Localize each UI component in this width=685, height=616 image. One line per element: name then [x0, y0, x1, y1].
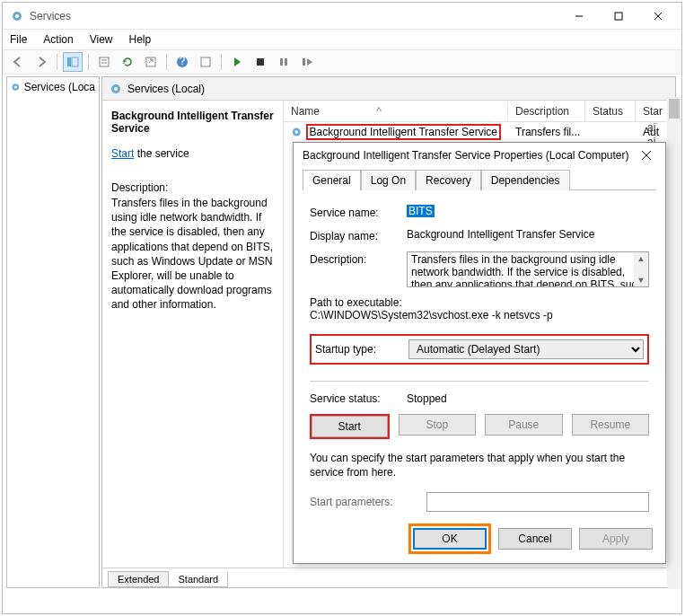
description-textbox[interactable]: Transfers files in the background using … — [407, 251, 649, 287]
stop-button[interactable] — [250, 52, 270, 72]
properties-button[interactable] — [94, 52, 114, 72]
service-name-heading: Background Intelligent Transfer Service — [111, 110, 274, 135]
label-description: Description: — [310, 251, 407, 287]
startup-type-row: Startup type: Automatic (Delayed Start) — [310, 334, 649, 365]
help-button[interactable]: ? — [172, 52, 192, 72]
svg-text:?: ? — [180, 56, 186, 67]
value-status: Stopped — [407, 392, 447, 405]
pause-button: Pause — [485, 414, 563, 436]
tab-recovery[interactable]: Recovery — [416, 170, 481, 190]
services-icon — [10, 9, 24, 23]
menu-view[interactable]: View — [88, 31, 115, 48]
refresh-button[interactable] — [118, 52, 137, 72]
back-button[interactable] — [8, 52, 28, 72]
show-hide-button[interactable] — [63, 52, 83, 72]
export-button[interactable] — [141, 52, 161, 72]
properties-dialog: Background Intelligent Transfer Service … — [293, 142, 666, 564]
start-service-line: Start the service — [111, 147, 274, 160]
forward-button[interactable] — [31, 52, 51, 72]
tab-extended[interactable]: Extended — [108, 571, 169, 587]
label-status: Service status: — [310, 392, 407, 405]
gear-icon — [11, 81, 21, 93]
start-service-link[interactable]: Start — [111, 147, 134, 160]
svg-point-24 — [294, 130, 298, 134]
svg-rect-15 — [257, 58, 264, 66]
menu-action[interactable]: Action — [41, 31, 75, 48]
tab-general[interactable]: General — [303, 170, 361, 190]
svg-point-20 — [14, 85, 17, 88]
value-service-name[interactable]: BITS — [407, 205, 435, 217]
col-status[interactable]: Status — [585, 101, 636, 121]
tab-standard[interactable]: Standard — [168, 571, 228, 587]
svg-rect-3 — [615, 13, 622, 20]
close-button[interactable] — [638, 4, 678, 29]
menu-file[interactable]: File — [8, 31, 29, 48]
main-header-label: Services (Local) — [127, 83, 205, 95]
help-button-2[interactable] — [196, 52, 215, 72]
value-display-name: Background Intelligent Transfer Service — [407, 228, 649, 242]
svg-point-22 — [114, 87, 118, 91]
window-title: Services — [30, 10, 559, 22]
description-body: Transfers files in the background using … — [111, 196, 274, 312]
svg-rect-17 — [285, 58, 287, 66]
gear-icon — [110, 83, 122, 95]
svg-point-1 — [15, 14, 19, 18]
description-label: Description: — [111, 181, 274, 194]
toolbar: ? — [3, 49, 681, 75]
ok-button[interactable]: OK — [413, 528, 487, 550]
label-startup: Startup type: — [315, 343, 408, 356]
col-name[interactable]: Name ^ — [284, 101, 508, 121]
dialog-titlebar[interactable]: Background Intelligent Transfer Service … — [294, 143, 665, 168]
svg-rect-16 — [280, 58, 283, 66]
detail-pane: Background Intelligent Transfer Service … — [102, 101, 284, 568]
description-scrollbar[interactable]: ▲▼ — [634, 252, 648, 286]
tab-logon[interactable]: Log On — [361, 170, 416, 190]
row-name: Background Intelligent Transfer Service — [306, 124, 501, 140]
bottom-tabs: Extended Standard — [102, 568, 675, 587]
list-row[interactable]: Background Intelligent Transfer Service … — [284, 122, 675, 142]
menu-help[interactable]: Help — [127, 31, 154, 48]
apply-button: Apply — [579, 528, 653, 550]
value-path: C:\WINDOWS\System32\svchost.exe -k netsv… — [310, 309, 649, 321]
cancel-button[interactable]: Cancel — [498, 528, 572, 550]
col-description[interactable]: Description — [508, 101, 585, 121]
start-suffix: the service — [134, 147, 189, 160]
minimize-button[interactable] — [559, 4, 599, 29]
menubar: File Action View Help — [3, 30, 681, 49]
label-start-params: Start parameters: — [310, 496, 426, 508]
scrollbar-thumb[interactable] — [669, 99, 680, 119]
list-header: Name ^ Description Status Star — [284, 101, 675, 122]
svg-rect-18 — [303, 58, 305, 66]
startup-type-select[interactable]: Automatic (Delayed Start) — [408, 339, 644, 359]
label-display-name: Display name: — [310, 228, 407, 242]
play-button[interactable] — [227, 52, 247, 72]
stop-button: Stop — [399, 414, 477, 436]
main-header: Services (Local) — [102, 77, 675, 101]
dialog-close-button[interactable] — [633, 145, 660, 166]
svg-rect-8 — [100, 57, 109, 66]
dialog-body: Service name: BITS Display name: Backgro… — [294, 190, 665, 519]
svg-rect-6 — [67, 57, 71, 66]
tree-pane[interactable]: Services (Loca — [6, 76, 100, 588]
svg-rect-7 — [72, 57, 78, 66]
tree-node-root[interactable]: Services (Loca — [11, 81, 95, 93]
dialog-footer: OK Cancel Apply — [408, 524, 653, 554]
svg-rect-14 — [201, 57, 210, 66]
list-scrollbar[interactable] — [667, 97, 681, 589]
resume-button: Resume — [572, 414, 650, 436]
start-button[interactable]: Start — [312, 416, 388, 437]
tree-node-label: Services (Loca — [24, 81, 95, 93]
dialog-tabs: General Log On Recovery Dependencies — [303, 170, 656, 190]
restart-button[interactable] — [297, 52, 317, 72]
label-service-name: Service name: — [310, 205, 407, 219]
gear-icon — [291, 126, 303, 138]
start-params-note: You can specify the start parameters tha… — [310, 452, 649, 480]
dialog-title: Background Intelligent Transfer Service … — [303, 149, 633, 162]
maximize-button[interactable] — [599, 4, 638, 29]
label-path: Path to executable: — [310, 296, 649, 309]
tab-dependencies[interactable]: Dependencies — [481, 170, 570, 190]
pause-button[interactable] — [274, 52, 294, 72]
row-description: Transfers fil... — [508, 126, 585, 138]
start-params-input[interactable] — [426, 492, 649, 512]
titlebar[interactable]: Services — [3, 3, 681, 30]
